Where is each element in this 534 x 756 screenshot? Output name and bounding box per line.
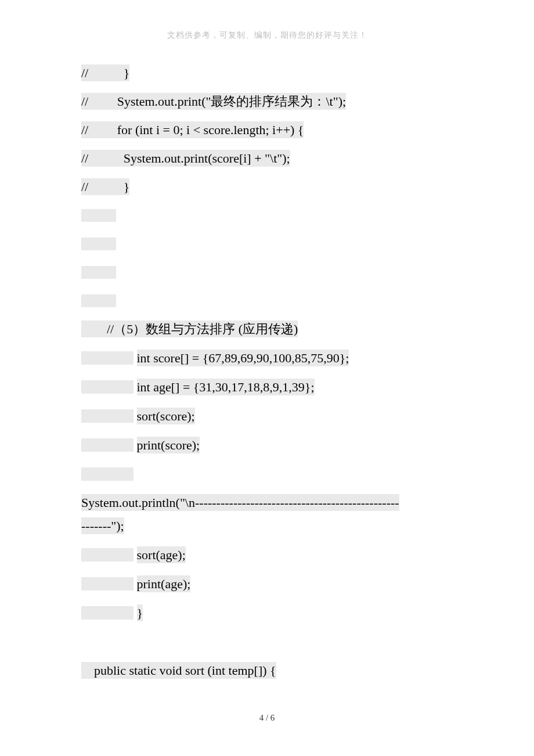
code-line: // } <box>81 67 453 80</box>
blank-gap <box>81 635 453 664</box>
text: } <box>124 66 130 80</box>
blank-line <box>81 266 453 279</box>
text: print(age); <box>137 575 191 592</box>
text: // <box>81 151 88 165</box>
code-line: -------"); <box>81 520 453 532</box>
code-content: // } // System.out.print("最终的排序结果为：\t");… <box>81 67 453 693</box>
text: for (int i = 0; i < score.length; i++) { <box>117 123 304 137</box>
text: sort(age); <box>137 546 186 563</box>
code-line: sort(score); <box>81 409 453 423</box>
code-line: } <box>81 606 453 620</box>
text: int score[] = {67,89,69,90,100,85,75,90}… <box>137 350 349 366</box>
code-line: print(score); <box>81 438 453 452</box>
code-line: sort(age); <box>81 548 453 561</box>
code-line: // } <box>81 181 453 193</box>
blank-line <box>81 237 453 250</box>
code-line: int score[] = {67,89,69,90,100,85,75,90}… <box>81 351 453 365</box>
code-line: System.out.println("\n------------------… <box>81 496 453 509</box>
text: print(score); <box>137 437 200 453</box>
text: public static void sort (int temp[]) { <box>94 663 276 678</box>
page-number: 4 / 6 <box>0 713 534 723</box>
blank-line <box>81 467 453 481</box>
code-line: public static void sort (int temp[]) { <box>81 664 453 677</box>
text: } <box>124 179 130 194</box>
code-line: print(age); <box>81 577 453 591</box>
text: //（5）数组与方法排序 (应用传递) <box>107 322 298 336</box>
blank-line <box>81 209 453 222</box>
text: System.out.print(score[i] + "\t"); <box>124 151 290 165</box>
text: System.out.println("\n------------------… <box>81 494 399 511</box>
code-line: // for (int i = 0; i < score.length; i++… <box>81 124 453 136</box>
code-line: //（5）数组与方法排序 (应用传递) <box>81 323 453 336</box>
code-line: int age[] = {31,30,17,18,8,9,1,39}; <box>81 380 453 394</box>
code-line: // System.out.print(score[i] + "\t"); <box>81 152 453 165</box>
text: // <box>81 66 88 80</box>
text: System.out.print("最终的排序结果为：\t"); <box>117 94 346 109</box>
text: } <box>137 604 143 621</box>
header-watermark: 文档供参考，可复制、编制，期待您的好评与关注！ <box>0 30 534 41</box>
text: // <box>81 123 88 137</box>
text: -------"); <box>81 517 124 534</box>
text: sort(score); <box>137 408 195 424</box>
text: // <box>81 94 88 109</box>
text: int age[] = {31,30,17,18,8,9,1,39}; <box>137 379 315 395</box>
code-line: // System.out.print("最终的排序结果为：\t"); <box>81 95 453 108</box>
text: // <box>81 179 88 194</box>
blank-line <box>81 294 453 307</box>
